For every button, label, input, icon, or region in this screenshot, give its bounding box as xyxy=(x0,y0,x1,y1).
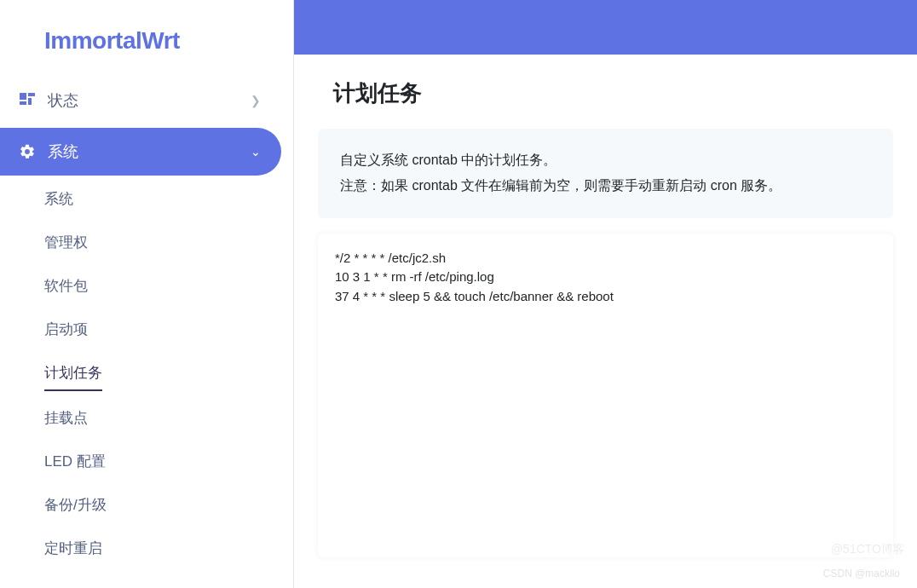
sub-startup[interactable]: 启动项 xyxy=(44,308,293,351)
svg-rect-3 xyxy=(20,101,26,105)
main-area: 计划任务 自定义系统 crontab 中的计划任务。 注意：如果 crontab… xyxy=(294,0,917,588)
sub-admin[interactable]: 管理权 xyxy=(44,221,293,264)
desc-line-2: 注意：如果 crontab 文件在编辑前为空，则需要手动重新启动 cron 服务… xyxy=(340,173,871,199)
svg-rect-0 xyxy=(20,93,26,100)
sub-mounts[interactable]: 挂载点 xyxy=(44,396,293,440)
gear-icon xyxy=(15,143,39,160)
sub-cron[interactable]: 计划任务 xyxy=(44,351,102,391)
sub-backup[interactable]: 备份/升级 xyxy=(44,483,293,527)
sub-software[interactable]: 软件包 xyxy=(44,264,293,308)
nav-status[interactable]: 状态 ❯ xyxy=(0,77,281,124)
content: 计划任务 自定义系统 crontab 中的计划任务。 注意：如果 crontab… xyxy=(294,55,917,557)
nav-system[interactable]: 系统 ⌄ xyxy=(0,128,281,176)
desc-line-1: 自定义系统 crontab 中的计划任务。 xyxy=(340,147,871,173)
top-bar xyxy=(294,0,917,55)
nav-system-submenu: 系统 管理权 软件包 启动项 计划任务 挂载点 LED 配置 备份/升级 定时重… xyxy=(0,177,293,570)
sub-reboot[interactable]: 定时重启 xyxy=(44,527,293,570)
chevron-down-icon: ⌄ xyxy=(251,145,261,159)
svg-rect-1 xyxy=(28,93,35,96)
watermark-51cto: @51CTO博客 xyxy=(831,542,905,557)
dashboard-icon xyxy=(15,93,39,108)
brand-logo: ImmortalWrt xyxy=(0,10,293,75)
crontab-textarea[interactable] xyxy=(335,249,876,542)
sidebar: ImmortalWrt 状态 ❯ 系统 ⌄ 系统 管理权 软件包 启动项 计划任… xyxy=(0,0,294,588)
crontab-editor-card xyxy=(318,233,893,557)
nav-system-label: 系统 xyxy=(48,141,251,162)
sub-system[interactable]: 系统 xyxy=(44,177,293,221)
page-title: 计划任务 xyxy=(318,55,893,129)
chevron-right-icon: ❯ xyxy=(251,94,261,107)
description-card: 自定义系统 crontab 中的计划任务。 注意：如果 crontab 文件在编… xyxy=(318,129,893,218)
sub-led[interactable]: LED 配置 xyxy=(44,440,293,483)
watermark-csdn: CSDN @mackilo xyxy=(823,568,900,579)
svg-rect-2 xyxy=(28,98,32,105)
nav-status-label: 状态 xyxy=(48,90,251,111)
